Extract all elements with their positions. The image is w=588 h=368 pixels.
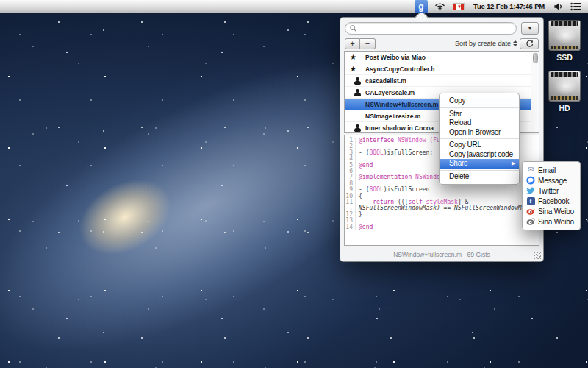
email-icon: ✉ xyxy=(526,166,535,174)
gist-title: NSImage+resize.m xyxy=(365,113,420,120)
remove-gist-button[interactable]: − xyxy=(360,38,376,49)
gist-title: cascadelist.m xyxy=(365,77,406,85)
gist-title: NSWindow+fullscreen.m xyxy=(365,101,438,108)
notification-center-icon[interactable] xyxy=(567,0,588,13)
search-options-button[interactable]: ▾ xyxy=(521,22,539,35)
menu-separator xyxy=(440,170,519,171)
desktop-drive-ssd[interactable]: SSD xyxy=(542,20,587,62)
menu-item-open-in-browser[interactable]: Open in Browser xyxy=(440,128,519,138)
menu-item-reload[interactable]: Reload xyxy=(440,118,519,128)
share-submenu: ✉ Email Message Twitter f Facebook xyxy=(522,161,581,230)
sina-weibo-icon xyxy=(526,207,535,216)
menubar-clock[interactable]: Tue 12 Feb 1:47:46 PM xyxy=(468,0,550,13)
volume-icon[interactable] xyxy=(550,0,567,13)
wifi-icon[interactable] xyxy=(431,0,449,13)
person-icon xyxy=(354,77,361,85)
gist-title: Inner shadow in Cocoa xyxy=(365,124,434,132)
gist-row[interactable]: ★ Post Weibo via Miao xyxy=(345,52,539,63)
submenu-item-email[interactable]: ✉ Email xyxy=(523,165,580,175)
menu-separator xyxy=(440,138,519,139)
submenu-item-facebook[interactable]: f Facebook xyxy=(523,196,580,206)
list-scrollbar[interactable] xyxy=(531,52,539,132)
message-icon xyxy=(526,176,535,185)
sort-label[interactable]: Sort by create date xyxy=(455,40,511,47)
menu-separator xyxy=(440,107,519,108)
status-text: NSWindow+fullscreen.m - 69 Gists xyxy=(340,251,543,258)
person-icon xyxy=(354,89,361,96)
gist-title: AsyncCopyController.h xyxy=(365,66,434,73)
scrollbar-thumb[interactable] xyxy=(533,53,539,63)
add-gist-button[interactable]: + xyxy=(345,38,360,49)
gist-title: Post Weibo via Miao xyxy=(365,54,426,61)
gist-row[interactable]: ★ AsyncCopyController.h xyxy=(345,63,539,75)
context-menu: Copy Star Reload Open in Browser Copy UR… xyxy=(439,93,520,185)
canada-flag-icon[interactable] xyxy=(449,0,468,13)
menu-item-copy-url[interactable]: Copy URL xyxy=(440,141,519,150)
gist-title: CALayerScale.m xyxy=(365,89,415,96)
hard-drive-icon xyxy=(548,20,581,51)
gist-menubar-icon[interactable]: g xyxy=(415,0,428,13)
menu-item-copy[interactable]: Copy xyxy=(440,96,519,106)
drive-label: SSD xyxy=(542,53,587,62)
menu-bar: g Tue 12 Feb 1:47:46 PM xyxy=(0,0,588,13)
drive-label: HD xyxy=(542,104,587,113)
menu-item-copy-javascript-code[interactable]: Copy javascript code xyxy=(440,150,519,160)
submenu-item-message[interactable]: Message xyxy=(523,175,580,185)
desktop-drive-hd[interactable]: HD xyxy=(542,71,587,113)
refresh-icon xyxy=(526,40,534,48)
menu-item-share[interactable]: Share ▶ xyxy=(440,159,519,169)
star-icon: ★ xyxy=(350,52,356,63)
submenu-item-twitter[interactable]: Twitter xyxy=(523,185,580,196)
submenu-item-sina-weibo[interactable]: Sina Weibo xyxy=(523,206,580,216)
sina-weibo-alt-icon xyxy=(526,217,535,226)
hard-drive-icon xyxy=(548,71,581,102)
facebook-icon: f xyxy=(527,197,535,205)
twitter-icon xyxy=(526,186,535,195)
menu-item-star[interactable]: Star xyxy=(440,110,519,119)
sort-direction-icon[interactable] xyxy=(513,40,518,46)
search-input[interactable] xyxy=(359,24,512,32)
chevron-down-icon: ▾ xyxy=(528,25,531,32)
star-icon: ★ xyxy=(350,63,356,75)
refresh-button[interactable] xyxy=(520,38,539,49)
search-field[interactable] xyxy=(345,22,517,35)
gist-row[interactable]: cascadelist.m xyxy=(345,75,539,87)
submenu-arrow-icon: ▶ xyxy=(512,159,515,169)
search-icon xyxy=(350,25,356,32)
submenu-item-sina-weibo-alt[interactable]: Sina Weibo xyxy=(523,216,580,227)
menu-item-delete[interactable]: Delete xyxy=(440,172,519,182)
resize-grip[interactable] xyxy=(534,252,541,259)
person-icon xyxy=(354,124,361,132)
